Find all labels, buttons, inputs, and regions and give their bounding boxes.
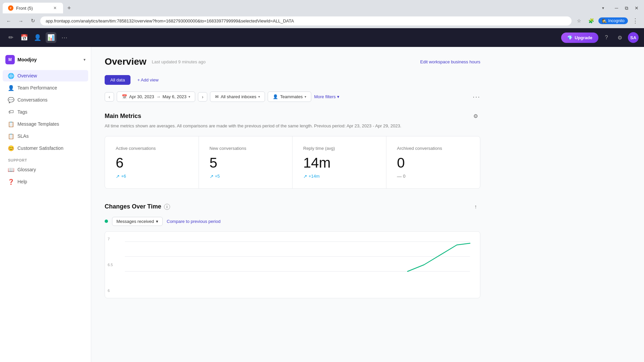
sidebar-item-help[interactable]: ❓ Help: [3, 176, 88, 187]
y-label-6-5: 6.5: [108, 263, 113, 267]
page-header: Overview Last updated 9 minutes ago Edit…: [105, 56, 480, 67]
filters-row: ‹ 📅 Apr 30, 2023 → May 6, 2023 ▾ › ✉ All…: [105, 92, 480, 102]
more-filters-button[interactable]: More filters ▾: [314, 94, 339, 99]
archived-conversations-label: Archived conversations: [397, 146, 442, 151]
content-inner: Overview Last updated 9 minutes ago Edit…: [91, 47, 494, 308]
avatar[interactable]: SA: [628, 32, 639, 43]
tab-arrow-left[interactable]: ▾: [598, 3, 608, 13]
arrow-icon: →: [156, 94, 160, 99]
messages-dropdown-chevron-icon: ▾: [156, 219, 158, 224]
metric-card-archived-conversations: Archived conversations 0 — 0: [386, 136, 480, 188]
metrics-settings-icon[interactable]: ⚙: [471, 111, 480, 121]
changes-info-icon[interactable]: i: [164, 204, 170, 210]
date-next-button[interactable]: ›: [198, 92, 207, 102]
browser-tab[interactable]: F Front (5) ✕: [3, 3, 63, 13]
main-metrics-header: Main Metrics ⚙: [105, 111, 480, 121]
archived-conversations-value: 0: [397, 155, 405, 171]
metrics-grid: Active conversations 6 ↗ +6 New conversa…: [105, 136, 480, 189]
calendar-icon[interactable]: 📅: [19, 32, 30, 43]
sidebar-item-overview[interactable]: 🌐 Overview: [3, 70, 88, 81]
compose-icon[interactable]: ✏: [5, 32, 16, 43]
close-button[interactable]: ✕: [632, 3, 641, 13]
upgrade-diamond-icon: 💎: [567, 35, 573, 40]
changes-title-text: Changes Over Time: [105, 203, 161, 210]
date-to-label: May 6, 2023: [162, 94, 186, 99]
url-bar[interactable]: app.frontapp.com/analytics/team/tim:7858…: [40, 16, 572, 25]
sidebar-label-team-performance: Team Performance: [17, 85, 57, 90]
sidebar-item-team-performance[interactable]: 👤 Team Performance: [3, 82, 88, 94]
tab-arrows: ▾: [598, 3, 608, 13]
back-button[interactable]: ←: [4, 16, 13, 25]
refresh-button[interactable]: ↻: [28, 16, 38, 25]
message-templates-icon: 📋: [8, 121, 14, 127]
workspace-icon: M: [5, 55, 15, 64]
metric-card-active-conversations: Active conversations 6 ↗ +6: [105, 136, 199, 188]
browser-chrome: F Front (5) ✕ + ▾ ─ ⧉ ✕ ← → ↻ app.fronta…: [0, 0, 644, 28]
compare-to-previous-link[interactable]: Compare to previous period: [167, 219, 220, 224]
export-button[interactable]: ↑: [471, 202, 480, 212]
sidebar-item-message-templates[interactable]: 📋 Message Templates: [3, 118, 88, 130]
tab-all-data[interactable]: All data: [105, 75, 130, 85]
date-from-label: Apr 30, 2023: [129, 94, 154, 99]
tab-bar: F Front (5) ✕ + ▾ ─ ⧉ ✕: [0, 0, 644, 13]
filter-options-button[interactable]: ···: [473, 93, 480, 101]
customer-satisfaction-icon: 😊: [8, 145, 14, 151]
changes-over-time-title: Changes Over Time i: [105, 203, 170, 210]
extensions-button[interactable]: 🧩: [586, 16, 596, 25]
view-tabs: All data + Add view: [105, 75, 480, 85]
reply-time-label: Reply time (avg): [303, 146, 335, 151]
tags-icon: 🏷: [8, 109, 14, 115]
tab-close-button[interactable]: ✕: [52, 5, 58, 11]
tab-all-data-label: All data: [110, 77, 125, 82]
main-content: Overview Last updated 9 minutes ago Edit…: [91, 47, 644, 362]
changes-over-time-header: Changes Over Time i ↑: [105, 202, 480, 212]
sidebar-label-tags: Tags: [17, 109, 28, 115]
incognito-badge: 🕵 Incognito: [598, 17, 628, 24]
app-toolbar: ✏ 📅 👤 📊 ⋯ 💎 Upgrade ? ⚙ SA: [0, 28, 644, 47]
teammates-label: Teammates: [280, 94, 303, 99]
upgrade-button[interactable]: 💎 Upgrade: [561, 33, 598, 43]
calendar-filter-icon: 📅: [122, 94, 127, 99]
contacts-icon[interactable]: 👤: [32, 32, 43, 43]
restore-button[interactable]: ⧉: [622, 3, 631, 13]
workspace-header[interactable]: M Moodjoy ▾: [0, 52, 91, 70]
active-conversations-value: 6: [116, 155, 123, 171]
sidebar-item-conversations[interactable]: 💬 Conversations: [3, 94, 88, 106]
settings-icon[interactable]: ⚙: [614, 32, 625, 43]
sidebar-item-slas[interactable]: 📋 SLAs: [3, 130, 88, 142]
bookmark-button[interactable]: ☆: [574, 16, 584, 25]
browser-menu-button[interactable]: ⋮: [631, 16, 640, 25]
add-view-button[interactable]: + Add view: [133, 75, 162, 84]
reply-time-change: ↗ +14m: [303, 174, 320, 179]
sidebar-label-customer-satisfaction: Customer Satisfaction: [17, 145, 63, 151]
inbox-icon: ✉: [215, 94, 219, 99]
date-prev-button[interactable]: ‹: [105, 92, 114, 102]
sidebar: M Moodjoy ▾ 🌐 Overview 👤 Team Performanc…: [0, 47, 91, 362]
edit-hours-link[interactable]: Edit workspace business hours: [420, 59, 480, 64]
analytics-icon[interactable]: 📊: [46, 32, 56, 43]
date-range-filter[interactable]: 📅 Apr 30, 2023 → May 6, 2023 ▾: [117, 92, 195, 102]
date-chevron-icon: ▾: [189, 95, 190, 99]
more-apps-icon[interactable]: ⋯: [59, 32, 70, 43]
active-conversations-change: ↗ +6: [116, 174, 126, 179]
inbox-label: All shared inboxes: [221, 94, 256, 99]
minimize-button[interactable]: ─: [612, 3, 621, 13]
team-performance-icon: 👤: [8, 85, 14, 91]
upgrade-label: Upgrade: [575, 35, 592, 40]
url-text: app.frontapp.com/analytics/team/tim:7858…: [46, 18, 294, 23]
inbox-filter[interactable]: ✉ All shared inboxes ▾: [210, 92, 265, 102]
sidebar-item-glossary[interactable]: 📖 Glossary: [3, 164, 88, 175]
sidebar-item-customer-satisfaction[interactable]: 😊 Customer Satisfaction: [3, 142, 88, 154]
messages-received-dropdown[interactable]: Messages received ▾: [112, 217, 163, 226]
help-icon[interactable]: ?: [601, 32, 612, 43]
metric-card-reply-time: Reply time (avg) 14m ↗ +14m: [292, 136, 386, 188]
forward-button[interactable]: →: [16, 16, 25, 25]
sidebar-label-overview: Overview: [17, 73, 37, 78]
sidebar-item-tags[interactable]: 🏷 Tags: [3, 106, 88, 118]
page-title: Overview: [105, 56, 147, 67]
tab-favicon: F: [8, 5, 13, 11]
active-conversations-change-value: +6: [121, 174, 126, 179]
teammates-filter[interactable]: 👤 Teammates ▾: [268, 92, 311, 102]
new-tab-button[interactable]: +: [64, 3, 74, 13]
last-updated-text: Last updated 9 minutes ago: [152, 59, 206, 64]
